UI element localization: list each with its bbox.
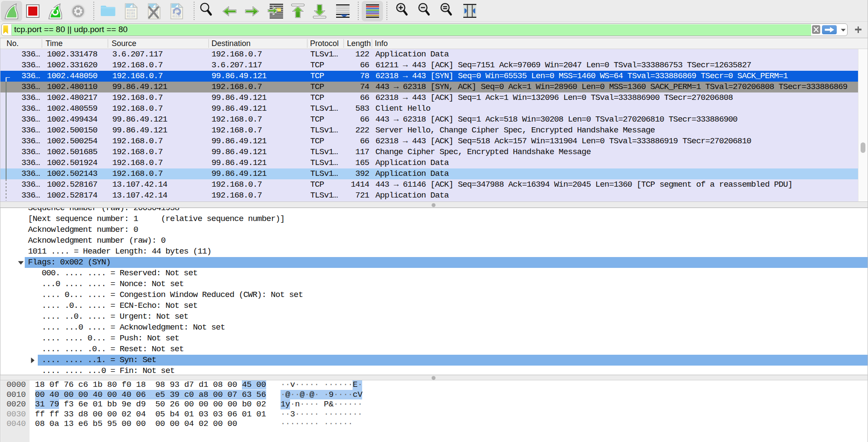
svg-text:01101: 01101: [127, 12, 135, 15]
svg-text:01010: 01010: [127, 9, 135, 12]
svg-text:01110: 01110: [127, 15, 135, 18]
svg-text:01110: 01110: [172, 15, 181, 18]
